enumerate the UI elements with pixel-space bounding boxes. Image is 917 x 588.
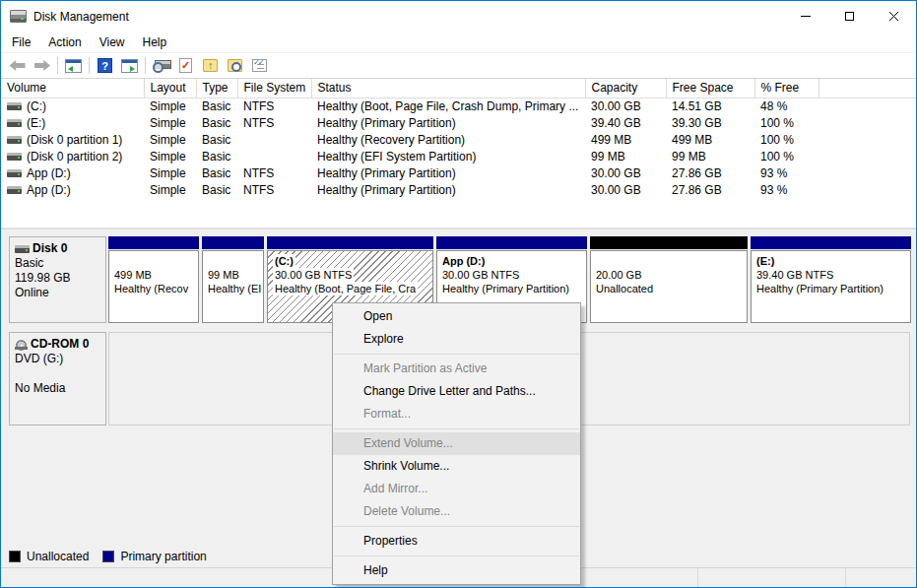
menu-item-open[interactable]: Open [333, 305, 580, 328]
partition-status: Unallocated [596, 282, 653, 295]
help-button[interactable]: ? [93, 54, 117, 77]
column-header-type[interactable]: Type [196, 79, 237, 98]
folder-search-icon [228, 59, 242, 72]
table-row[interactable]: App (D:) Simple Basic NTFS Healthy (Prim… [1, 181, 916, 198]
menu-item-delete-volume: Delete Volume... [333, 500, 580, 523]
menu-item-extend-volume: Extend Volume... [333, 432, 580, 455]
action-pane-icon [121, 59, 138, 73]
cdrom-icon [15, 340, 28, 350]
refresh-disks-button[interactable] [149, 54, 173, 77]
partition-status: Healthy (EI [208, 282, 258, 295]
menu-item-format: Format... [333, 403, 580, 425]
minimize-button[interactable] [783, 1, 827, 32]
partition-name: (C:) [273, 254, 295, 268]
toolbar-separator [57, 57, 58, 74]
view-options-icon [252, 59, 267, 72]
view-options-button[interactable] [247, 54, 272, 77]
back-button[interactable] [5, 54, 30, 77]
menu-help[interactable]: Help [134, 33, 176, 51]
disk-name: Disk 0 [33, 241, 67, 256]
legend-label-unallocated: Unallocated [27, 550, 89, 563]
folder-up-button[interactable] [198, 54, 223, 77]
toolbar: ? [1, 52, 916, 79]
disk0-info-panel[interactable]: Disk 0 Basic 119.98 GB Online [9, 236, 106, 323]
context-menu: Open Explore Mark Partition as Active Ch… [332, 302, 581, 585]
partition-size: 499 MB [114, 268, 152, 282]
partition-color-bar [590, 236, 748, 249]
partition-status: Healthy (Boot, Page File, Cra [273, 282, 418, 295]
rescan-disks-button[interactable] [173, 54, 198, 77]
menu-separator [334, 526, 579, 527]
minimize-icon [801, 16, 811, 17]
partition-size: 99 MB [208, 268, 239, 282]
window-controls [783, 1, 916, 32]
volume-name: (E:) [27, 116, 45, 130]
partition-size: 30.00 GB NTFS [273, 268, 354, 282]
volume-list-pane: Volume Layout Type File System Status Ca… [1, 79, 916, 228]
column-header-layout[interactable]: Layout [144, 79, 196, 98]
column-header-capacity[interactable]: Capacity [585, 79, 666, 98]
cdrom-drive: DVD (G:) [15, 352, 100, 366]
disk-icon [15, 245, 30, 253]
back-icon [10, 60, 26, 71]
table-row[interactable]: (C:) Simple Basic NTFS Healthy (Boot, Pa… [1, 98, 916, 114]
table-row[interactable]: (Disk 0 partition 1) Simple Basic Health… [1, 131, 916, 148]
menu-item-properties[interactable]: Properties [333, 530, 580, 553]
menu-item-change-drive-letter[interactable]: Change Drive Letter and Paths... [333, 380, 580, 403]
menu-item-explore[interactable]: Explore [333, 328, 580, 351]
toolbar-separator [89, 57, 90, 74]
folder-search-button[interactable] [223, 54, 247, 77]
menu-file[interactable]: File [3, 33, 39, 51]
partition-color-bar [751, 236, 911, 249]
window-title: Disk Management [33, 10, 129, 24]
volume-icon [7, 119, 22, 127]
partition-e[interactable]: (E:) 39.40 GB NTFS Healthy (Primary Part… [751, 236, 911, 323]
menu-view[interactable]: View [91, 33, 134, 51]
primary-partition-swatch [102, 551, 114, 562]
maximize-button[interactable] [827, 1, 872, 32]
partition-recovery[interactable]: 499 MB Healthy (Recov [108, 236, 199, 323]
volume-icon [7, 102, 22, 110]
partition-status: Healthy (Primary Partition) [756, 282, 884, 295]
volume-icon [7, 136, 22, 144]
rescan-disks-icon [179, 58, 192, 73]
menu-item-shrink-volume[interactable]: Shrink Volume... [333, 455, 580, 478]
menu-item-help[interactable]: Help [333, 559, 580, 582]
column-header-free-space[interactable]: Free Space [666, 79, 754, 98]
partition-size: 30.00 GB NTFS [442, 268, 519, 282]
cdrom-info-panel[interactable]: CD-ROM 0 DVD (G:) No Media [9, 332, 106, 425]
column-header-status[interactable]: Status [311, 79, 585, 98]
maximize-icon [845, 12, 854, 21]
action-pane-button[interactable] [117, 54, 142, 77]
column-header-pct-free[interactable]: % Free [754, 79, 819, 98]
table-row[interactable]: (E:) Simple Basic NTFS Healthy (Primary … [1, 114, 916, 131]
console-tree-button[interactable] [61, 54, 86, 77]
partition-unallocated[interactable]: 20.00 GB Unallocated [590, 236, 748, 323]
forward-button[interactable] [30, 54, 54, 77]
menu-action[interactable]: Action [39, 33, 90, 51]
table-header-row: Volume Layout Type File System Status Ca… [1, 79, 916, 98]
app-icon [10, 10, 27, 23]
unallocated-swatch [9, 551, 21, 562]
partition-status: Healthy (Recov [114, 282, 188, 295]
cdrom-status: No Media [15, 381, 100, 396]
column-header-volume[interactable]: Volume [1, 79, 144, 98]
partition-size: 20.00 GB [596, 268, 641, 282]
volume-icon [7, 169, 22, 177]
disk-management-window: Disk Management File Action View Help ? [0, 0, 917, 588]
partition-name: (E:) [756, 254, 774, 268]
close-button[interactable] [872, 1, 916, 32]
column-header-file-system[interactable]: File System [237, 79, 311, 98]
partition-efi[interactable]: 99 MB Healthy (EI [202, 236, 264, 323]
table-row[interactable]: App (D:) Simple Basic NTFS Healthy (Prim… [1, 164, 916, 181]
disk-type: Basic [15, 256, 100, 271]
cdrom-name: CD-ROM 0 [31, 337, 89, 352]
menu-separator [334, 555, 579, 556]
partition-size: 39.40 GB NTFS [756, 268, 833, 282]
console-tree-icon [65, 59, 82, 73]
partition-color-bar [108, 236, 199, 249]
disk-size: 119.98 GB [15, 271, 100, 286]
menu-separator [334, 428, 579, 429]
table-row[interactable]: (Disk 0 partition 2) Simple Basic Health… [1, 148, 916, 164]
volume-icon [7, 153, 22, 161]
